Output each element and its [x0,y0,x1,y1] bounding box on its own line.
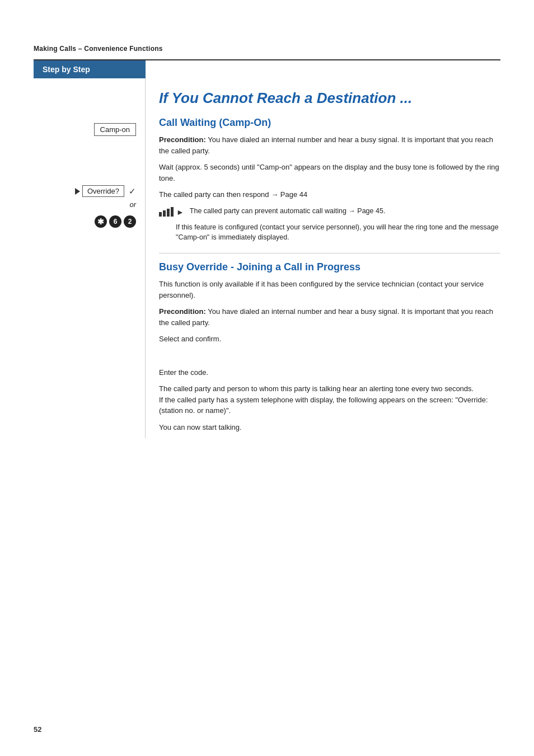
section2-enter-code: Enter the code. [159,367,500,378]
precondition-label-2: Precondition: [159,307,206,316]
camp-on-label: Camp-on [94,123,136,136]
checkmark-icon: ✓ [129,186,136,196]
triangle-icon [75,188,80,195]
override-row: Override? ✓ [34,185,136,197]
note-box-1: ► The called party can prevent automatic… [159,206,500,217]
or-text: or [129,200,136,209]
page-number: 52 [34,725,41,734]
right-column: If You Cannot Reach a Destination ... Ca… [146,78,500,438]
section1-precondition: Precondition: You have dialed an interna… [159,134,500,156]
star-icon: ✱ [95,215,107,228]
respond-text: The called party can then respond → Page… [159,190,307,199]
section2-precondition: Precondition: You have dialed an interna… [159,306,500,328]
step-by-step-box: Step by Step [34,60,146,78]
divider-1 [159,253,500,253]
section2-intro: This function is only available if it ha… [159,279,500,300]
section-header: Step by Step [34,60,500,78]
section2-select-text: Select and confirm. [159,334,500,345]
precondition-label-1: Precondition: [159,135,206,144]
precondition-text-1: You have dialed an internal number and h… [159,135,493,155]
six-icon: 6 [109,215,121,228]
note-icon-1: ► [159,207,184,217]
note-box-2: If this feature is configured (contact y… [159,222,500,243]
two-icon: 2 [124,215,136,228]
top-label: Making Calls – Convenience Functions [34,45,500,53]
section1-heading: Call Waiting (Camp-On) [159,117,500,129]
section2-result: The called party and person to whom this… [159,383,500,416]
left-column: Camp-on Override? ✓ or ✱ 6 2 [34,78,146,438]
section2-now-talking: You can now start talking. [159,422,500,433]
note-text-2: If this feature is configured (contact y… [176,222,500,243]
override-label: Override? [82,185,124,197]
section1-wait-text: Wait (approx. 5 seconds) until "Camp-on"… [159,162,500,184]
note-text-1: The called party can prevent automatic c… [190,206,386,217]
section2-heading: Busy Override - Joining a Call in Progre… [159,261,500,273]
precondition-text-2: You have dialed an internal number and h… [159,307,493,327]
section1-respond-text: The called party can then respond → Page… [159,189,500,200]
page: Making Calls – Convenience Functions Ste… [0,0,534,756]
code-icons: ✱ 6 2 [95,215,136,228]
page-heading: If You Cannot Reach a Destination ... [159,90,500,107]
main-content: Camp-on Override? ✓ or ✱ 6 2 If You Cann… [34,78,500,438]
